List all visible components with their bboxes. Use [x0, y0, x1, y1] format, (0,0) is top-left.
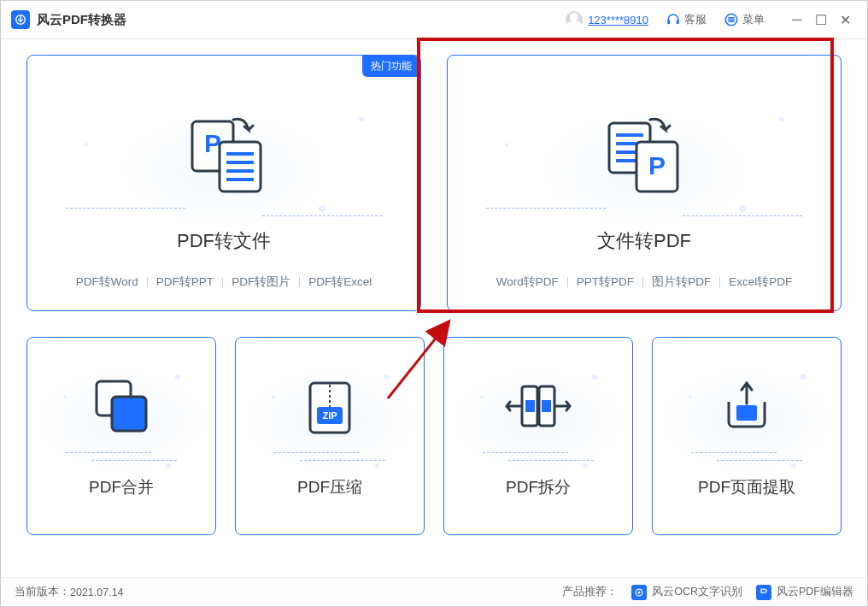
sub-pdf-to-image[interactable]: PDF转图片: [223, 274, 299, 290]
sub-pdf-to-ppt[interactable]: PDF转PPT: [148, 274, 222, 290]
svg-rect-28: [736, 405, 757, 421]
card-title: PDF压缩: [297, 476, 362, 498]
version-value: 2021.07.14: [70, 586, 124, 598]
sub-excel-to-pdf[interactable]: Excel转PDF: [720, 274, 801, 290]
svg-rect-6: [220, 142, 261, 192]
svg-text:P: P: [648, 151, 666, 180]
user-account-button[interactable]: 123****8910: [566, 11, 648, 28]
window-controls: ─ ☐ ✕: [785, 8, 857, 32]
card-title: PDF页面提取: [698, 476, 795, 498]
close-button[interactable]: ✕: [833, 8, 857, 32]
file-to-pdf-icon: P: [597, 107, 691, 201]
sub-image-to-pdf[interactable]: 图片转PDF: [643, 274, 719, 290]
compress-icon: ZIP: [296, 374, 363, 442]
svg-rect-1: [667, 20, 670, 24]
minimize-button[interactable]: ─: [785, 8, 809, 32]
user-id: 123****8910: [588, 14, 648, 27]
svg-rect-27: [542, 400, 551, 412]
menu-icon: [724, 12, 739, 27]
app-window: 风云PDF转换器 123****8910 客服 菜单 ─ ☐ ✕ 热门功能: [0, 0, 868, 607]
card-pdf-merge[interactable]: PDF合并: [26, 337, 216, 535]
headset-icon: [666, 12, 681, 27]
card-title: PDF转文件: [177, 228, 271, 254]
hot-badge: 热门功能: [362, 56, 420, 77]
svg-rect-26: [525, 400, 535, 412]
menu-button[interactable]: 菜单: [724, 12, 765, 27]
split-icon: [500, 374, 577, 442]
card-title: 文件转PDF: [597, 228, 691, 254]
card-pdf-split[interactable]: PDF拆分: [443, 337, 633, 535]
recommend-editor-label: 风云PDF编辑器: [777, 585, 853, 599]
recommend-editor[interactable]: 风云PDF编辑器: [756, 585, 853, 600]
card-title: PDF拆分: [506, 476, 571, 498]
svg-rect-2: [677, 20, 679, 24]
sub-word-to-pdf[interactable]: Word转PDF: [488, 274, 567, 290]
app-logo-icon: [11, 10, 30, 29]
card-pdf-extract[interactable]: PDF页面提取: [652, 337, 842, 535]
card-file-to-pdf[interactable]: P 文件转PDF Word转PDF PPT转PDF 图片转PDF Excel转P…: [447, 55, 842, 311]
menu-label: 菜单: [742, 12, 765, 27]
ocr-product-icon: [631, 585, 647, 600]
merge-icon: [88, 374, 155, 442]
card-title: PDF合并: [89, 476, 154, 498]
recommend-ocr[interactable]: 风云OCR文字识别: [631, 585, 742, 600]
customer-service-button[interactable]: 客服: [666, 12, 707, 27]
main-content: 热门功能 P PDF转文件: [1, 39, 867, 577]
sub-actions: Word转PDF PPT转PDF 图片转PDF Excel转PDF: [488, 274, 801, 290]
maximize-button[interactable]: ☐: [809, 8, 833, 32]
pdf-to-file-icon: P: [177, 107, 271, 201]
extract-icon: [713, 374, 780, 442]
editor-product-icon: [756, 585, 771, 600]
svg-point-31: [638, 591, 641, 593]
svg-text:ZIP: ZIP: [322, 410, 337, 421]
app-title: 风云PDF转换器: [37, 12, 126, 28]
sub-pdf-to-word[interactable]: PDF转Word: [67, 274, 147, 290]
customer-service-label: 客服: [684, 12, 707, 27]
sub-pdf-to-excel[interactable]: PDF转Excel: [300, 274, 380, 290]
recommend-label: 产品推荐：: [562, 585, 618, 599]
recommend-ocr-label: 风云OCR文字识别: [652, 585, 742, 599]
footer: 当前版本： 2021.07.14 产品推荐： 风云OCR文字识别 风云PDF编辑…: [1, 577, 867, 606]
titlebar: 风云PDF转换器 123****8910 客服 菜单 ─ ☐ ✕: [1, 1, 867, 39]
sub-ppt-to-pdf[interactable]: PPT转PDF: [568, 274, 642, 290]
version-label: 当前版本：: [15, 585, 70, 599]
svg-rect-19: [112, 397, 146, 431]
sub-actions: PDF转Word PDF转PPT PDF转图片 PDF转Excel: [67, 274, 380, 290]
card-pdf-compress[interactable]: ZIP PDF压缩: [235, 337, 425, 535]
card-pdf-to-file[interactable]: 热门功能 P PDF转文件: [26, 55, 421, 311]
avatar-icon: [566, 11, 583, 28]
